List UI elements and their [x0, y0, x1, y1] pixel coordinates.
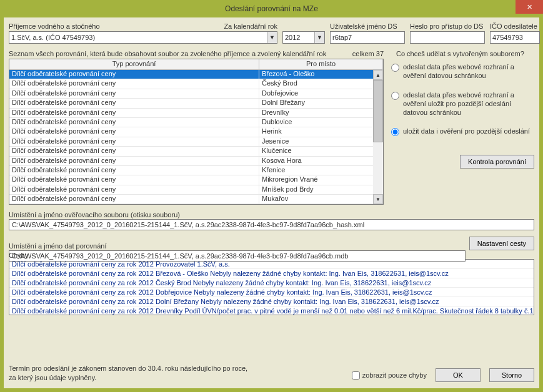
label-overfile: Umístění a jméno ověřovacího souboru (ot…	[9, 211, 534, 218]
label-ico: IČO odesílatele	[490, 22, 537, 30]
label-seznam: Seznam všech porovnání, která bude obsah…	[9, 50, 326, 57]
errors-list[interactable]: Dílčí odběratelské porovnání ceny za rok…	[9, 259, 534, 315]
vertical-scrollbar[interactable]: ▲ ▼	[373, 70, 383, 204]
radio-saveonly-label: uložit data i ověření pro pozdější odesl…	[403, 127, 530, 135]
table-row[interactable]: Dílčí odběratelské porovnání cenyDublovi…	[9, 118, 383, 127]
table-row[interactable]: Dílčí odběratelské porovnání cenyJesenic…	[9, 137, 383, 147]
table-row[interactable]: Dílčí odběratelské porovnání cenyHerink	[9, 127, 383, 137]
heslo-input[interactable]	[410, 31, 485, 44]
storno-button[interactable]: Storno	[489, 368, 534, 382]
error-line[interactable]: Dílčí odběratelské porovnání ceny za rok…	[9, 288, 534, 297]
radio-webds-label: odeslat data přes webové rozhraní a ověř…	[403, 62, 534, 81]
error-line[interactable]: Dílčí odběratelské porovnání ceny za rok…	[9, 306, 534, 315]
error-line[interactable]: Dílčí odběratelské porovnání ceny za rok…	[9, 278, 534, 288]
footer-note: Termín pro odeslání je zákonem stanoven …	[9, 364, 252, 382]
chevron-down-icon: ▼	[314, 32, 324, 43]
label-datfile: Umístění a jméno dat porovnání	[9, 242, 466, 250]
scroll-down-icon[interactable]: ▼	[373, 194, 383, 204]
radio-websave[interactable]	[391, 92, 399, 100]
table-row[interactable]: Dílčí odběratelské porovnání cenyDobřejo…	[9, 89, 383, 99]
table-row[interactable]: Dílčí odběratelské porovnání cenyKlučeni…	[9, 147, 383, 156]
table-row[interactable]: Dílčí odběratelské porovnání cenyČeský B…	[9, 79, 383, 89]
label-heslo: Heslo pro přístup do DS	[410, 22, 483, 30]
table-row[interactable]: Dílčí odběratelské porovnání cenyDrevník…	[9, 109, 383, 118]
table-row[interactable]: Dílčí odběratelské porovnání cenyDolní B…	[9, 99, 383, 108]
table-row[interactable]: Dílčí odběratelské porovnání cenyMikrore…	[9, 175, 383, 185]
prijemce-value: 1.SčV, a.s. (IČO 47549793)	[11, 34, 95, 41]
overfile-field[interactable]: C:\AWSVAK_47549793_2012_0_20160215-21514…	[9, 219, 534, 230]
table-header: Typ porovnání Pro místo	[9, 59, 383, 70]
dialog-body: Příjemce vodného a stočného Za kalendářn…	[4, 17, 539, 388]
radio-websave-label: odeslat data přes webové rozhraní a ověř…	[403, 91, 534, 117]
ok-button[interactable]: OK	[436, 368, 481, 382]
nastaveni-button[interactable]: Nastavení cesty	[469, 237, 534, 250]
chevron-down-icon: ▼	[267, 32, 277, 43]
error-line[interactable]: Dílčí odběratelské porovnání ceny za rok…	[9, 269, 534, 278]
scroll-thumb[interactable]	[373, 80, 383, 142]
table-row[interactable]: Dílčí odběratelské porovnání cenyKosova …	[9, 157, 383, 166]
close-icon: ✕	[527, 3, 532, 11]
radio-saveonly[interactable]	[391, 128, 399, 136]
label-celkem: celkem 37	[352, 50, 384, 57]
label-coudelat: Co chceš udělat s vytvořeným souborem?	[396, 50, 524, 57]
kontrola-button[interactable]: Kontrola porovnání	[460, 155, 534, 169]
error-line[interactable]: Dílčí odběratelské porovnání ceny za rok…	[9, 297, 534, 306]
window-title: Odeslání porovnání na MZe	[225, 4, 318, 13]
rok-dropdown[interactable]: 2012 ▼	[282, 31, 325, 44]
col-misto[interactable]: Pro místo	[259, 59, 383, 69]
table-row[interactable]: Dílčí odběratelské porovnání cenyBřezová…	[9, 70, 383, 79]
prijemce-dropdown[interactable]: 1.SčV, a.s. (IČO 47549793) ▼	[9, 31, 277, 44]
showerrors-checkbox[interactable]: zobrazit pouze chyby	[352, 371, 427, 380]
scroll-up-icon[interactable]: ▲	[373, 70, 383, 80]
ico-input[interactable]: 47549793	[490, 31, 540, 44]
col-typ[interactable]: Typ porovnání	[9, 59, 259, 69]
uzjmeno-input[interactable]: r6tap7	[330, 31, 405, 44]
comparison-table: Typ porovnání Pro místo Dílčí odběratels…	[9, 59, 384, 205]
table-row[interactable]: Dílčí odběratelské porovnání cenyMukařov	[9, 195, 383, 204]
close-button[interactable]: ✕	[516, 0, 543, 14]
table-row[interactable]: Dílčí odběratelské porovnání cenyKřenice	[9, 166, 383, 175]
titlebar: Odeslání porovnání na MZe ✕	[0, 0, 543, 17]
label-zarok: Za kalendářní rok	[224, 22, 277, 30]
label-uzjmeno: Uživatelské jméno DS	[330, 22, 397, 30]
rok-value: 2012	[285, 34, 300, 41]
label-prijemce: Příjemce vodného a stočného	[9, 22, 100, 30]
radio-webds[interactable]	[391, 64, 399, 72]
action-radio-group: odeslat data přes webové rozhraní a ověř…	[391, 59, 534, 205]
table-row[interactable]: Dílčí odběratelské porovnání cenyMníšek …	[9, 185, 383, 195]
